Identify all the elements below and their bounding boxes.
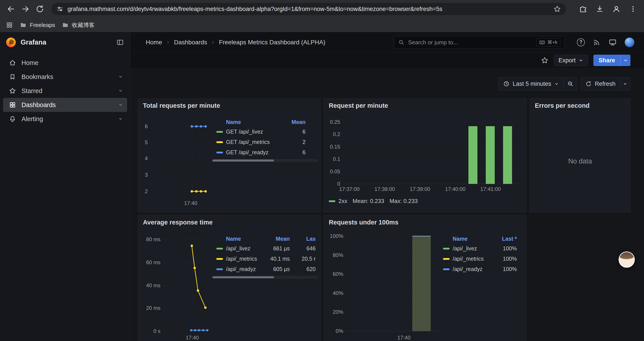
sidebar-collapse-button[interactable] — [116, 38, 124, 46]
rss-icon — [593, 38, 600, 46]
bookmark-star-icon[interactable] — [553, 5, 561, 13]
chevron-down-icon[interactable] — [118, 102, 124, 108]
export-button[interactable]: Export — [554, 55, 588, 66]
series-mean: 40.1 ms — [264, 256, 290, 262]
favorite-dashboard-button[interactable] — [541, 56, 549, 64]
panel-title: Request per minute — [329, 102, 388, 109]
reload-button[interactable] — [34, 3, 46, 15]
breadcrumb-dashboards[interactable]: Dashboards — [174, 39, 207, 46]
chevron-down-icon[interactable] — [118, 88, 124, 94]
svg-text:20 ms: 20 ms — [146, 305, 160, 311]
sidebar-item-dashboards[interactable]: Dashboards — [3, 98, 127, 112]
svg-text:5: 5 — [145, 139, 148, 145]
legend-header-mean[interactable]: Mean — [279, 119, 306, 125]
breadcrumb: Home Dashboards Freeleaps Metrics Dashbo… — [146, 39, 325, 46]
chevron-down-icon[interactable] — [118, 116, 124, 122]
panel-total-requests: Total requests per minute 6 5 4 3 2 17: — [138, 98, 320, 212]
site-settings-icon[interactable] — [56, 5, 64, 13]
share-dropdown-button[interactable] — [620, 55, 630, 66]
svg-text:2: 2 — [145, 188, 148, 194]
scrollbar-thumb[interactable] — [212, 276, 274, 278]
svg-text:40%: 40% — [333, 290, 343, 296]
legend-scrollbar[interactable] — [212, 276, 318, 279]
display-button[interactable] — [608, 38, 617, 47]
series-toggle[interactable]: /api/_readyz — [443, 266, 492, 272]
series-toggle[interactable]: /api/_metrics — [216, 256, 264, 262]
time-range-button[interactable]: Last 5 minutes — [499, 78, 564, 90]
breadcrumb-home[interactable]: Home — [146, 39, 162, 46]
back-button[interactable] — [5, 3, 17, 15]
url-input[interactable] — [68, 6, 549, 13]
bell-icon — [9, 115, 16, 123]
bar-chart: 100% 80% 60% 40% 20% 0% 17:40 — [326, 229, 440, 341]
address-bar[interactable] — [51, 3, 566, 15]
refresh-button[interactable]: Refresh — [581, 78, 620, 90]
dock-panel-icon — [116, 38, 124, 46]
series-toggle[interactable]: 2xx — [329, 198, 347, 204]
sidebar-item-bookmarks[interactable]: Bookmarks — [3, 70, 127, 84]
profile-button[interactable] — [610, 3, 622, 15]
zoom-out-button[interactable] — [564, 78, 577, 90]
series-last: 620 — [290, 266, 316, 272]
series-toggle[interactable]: GET /api/_metrics — [216, 139, 279, 145]
news-button[interactable] — [593, 38, 600, 46]
grafana-logo-icon[interactable] — [6, 38, 16, 47]
search-input[interactable] — [408, 39, 533, 46]
series-color-dash — [216, 152, 223, 153]
legend-header-last[interactable]: Las — [290, 236, 316, 242]
sidebar-item-home[interactable]: Home — [3, 56, 127, 70]
help-button[interactable]: ? — [577, 38, 585, 46]
series-last: 100% — [492, 256, 517, 262]
topnav-actions: ? — [577, 38, 634, 47]
menu-button[interactable] — [627, 3, 639, 15]
svg-text:80%: 80% — [333, 252, 343, 258]
legend-row: GET /api/_metrics 2 — [212, 137, 318, 147]
chevron-down-icon[interactable] — [118, 74, 124, 80]
series-toggle[interactable]: /api/_readyz — [216, 266, 264, 272]
series-toggle[interactable]: GET /api/_readyz — [216, 149, 279, 156]
series-toggle[interactable]: GET /api/_livez — [216, 129, 279, 135]
no-data-message: No data — [530, 157, 630, 165]
legend-header-last[interactable]: Last * — [492, 236, 517, 242]
series-color-dash — [216, 258, 223, 260]
sidebar-item-starred[interactable]: Starred — [3, 84, 127, 98]
bookmark-item-blog[interactable]: 收藏博客 — [62, 21, 95, 29]
svg-text:0.25: 0.25 — [330, 119, 340, 125]
svg-text:80 ms: 80 ms — [146, 236, 160, 242]
extensions-button[interactable] — [577, 3, 589, 15]
svg-text:60 ms: 60 ms — [146, 259, 160, 265]
refresh-interval-dropdown[interactable] — [620, 78, 630, 90]
time-picker-group: Last 5 minutes — [498, 77, 578, 90]
svg-text:17:38:00: 17:38:00 — [374, 186, 395, 192]
legend-row: /api/_metrics 100% — [441, 254, 519, 264]
chevron-down-icon — [623, 81, 628, 86]
bookmark-item-freeleaps[interactable]: Freeleaps — [20, 22, 55, 29]
forward-button[interactable] — [19, 3, 32, 15]
series-color-dash — [216, 248, 223, 249]
legend-header-name[interactable]: Name — [216, 236, 264, 242]
apps-grid-button[interactable] — [6, 21, 13, 29]
search-bar[interactable]: ⌘+k — [394, 36, 564, 49]
series-toggle[interactable]: /api/_livez — [216, 245, 264, 252]
sidebar-item-alerting[interactable]: Alerting — [3, 112, 127, 126]
sidebar-header: Grafana — [0, 32, 130, 53]
svg-text:0 s: 0 s — [154, 328, 160, 334]
scrollbar-thumb[interactable] — [212, 160, 274, 162]
legend-row: /api/_readyz 605 µs 620 — [212, 264, 318, 274]
legend-header-mean[interactable]: Mean — [264, 236, 290, 242]
svg-text:4: 4 — [145, 155, 148, 161]
chevron-down-icon — [554, 81, 559, 86]
series-toggle[interactable]: /api/_metrics — [443, 256, 492, 262]
series-toggle[interactable]: /api/_livez — [443, 245, 492, 252]
legend-header-name[interactable]: Name — [216, 119, 279, 125]
legend-scrollbar[interactable] — [212, 159, 318, 162]
account-button[interactable] — [625, 38, 634, 47]
panel-title: Total requests per minute — [143, 102, 220, 109]
series-last: 646 — [290, 245, 316, 252]
legend-header-name[interactable]: Name — [443, 236, 492, 242]
legend-row: /api/_livez 100% — [441, 243, 519, 254]
downloads-button[interactable] — [594, 3, 606, 15]
svg-text:17:39:00: 17:39:00 — [410, 186, 430, 192]
share-button[interactable]: Share — [593, 55, 620, 66]
assistant-avatar-overlay[interactable] — [618, 251, 635, 268]
